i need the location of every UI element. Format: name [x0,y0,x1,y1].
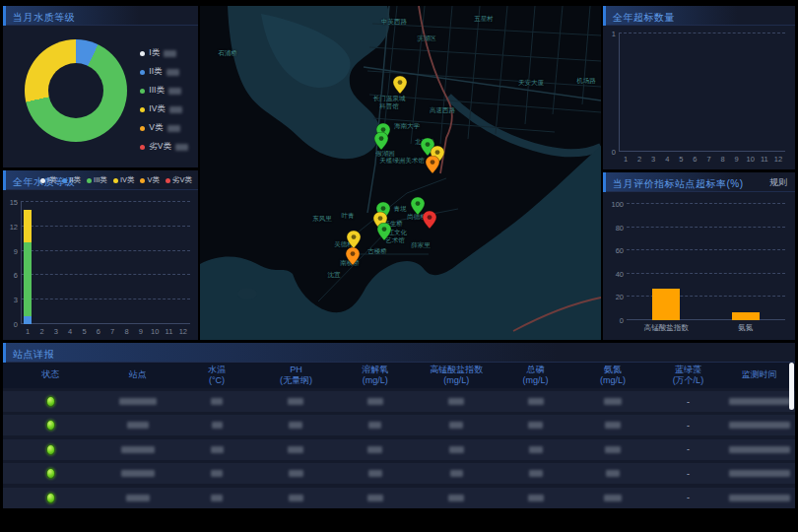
y-axis-tick: 3 [14,296,18,304]
status-indicator-icon [46,396,55,407]
value-redacted [529,470,543,477]
table-cell [573,470,652,477]
legend-label: V类 [147,170,160,190]
column-header: 高锰酸盐指数(mg/L) [415,365,498,387]
value-redacted [605,422,621,429]
exceed-chart: 01123456789101112 [619,33,785,152]
table-row[interactable]: - [3,391,795,412]
legend-dot-icon [140,70,145,75]
table-cell [177,470,256,477]
rate-bar[interactable] [732,312,760,320]
y-axis-tick: 0 [612,148,616,157]
gridline [619,151,785,152]
table-row[interactable]: - [3,439,795,460]
panel-annual-exceed: 全年超标数量 01123456789101112 [603,6,795,169]
legend-value-redacted [175,144,188,151]
stacked-bar[interactable] [24,202,32,324]
map-place-label: 薛家里 [411,241,431,250]
x-axis-tick: 2 [637,155,641,164]
rate-bar[interactable] [652,289,680,320]
value-redacted [127,422,149,429]
value-redacted [288,446,303,453]
table-row[interactable]: - [3,415,795,435]
value-redacted [211,495,223,501]
station-pin-icon[interactable] [374,132,388,150]
legend-value-redacted [168,88,181,95]
value-redacted [729,470,790,477]
bar-segment [24,242,32,315]
column-header: 溶解氧(mg/L) [336,365,415,387]
bar-segment [24,210,32,242]
table-cell [256,495,335,501]
map-place-label: 科普馆 [379,102,399,111]
x-axis-tick: 10 [151,327,159,336]
x-axis-tick: 7 [110,327,114,336]
value-redacted [121,446,155,453]
legend-label: I类 [47,170,57,190]
table-cell [415,470,498,477]
x-axis-tick: 8 [721,155,725,164]
table-cell [3,420,98,431]
value-redacted [606,470,620,477]
table-cell [177,398,256,405]
legend-item: 劣V类 [140,141,188,153]
value-redacted [729,398,790,405]
value-redacted [368,470,382,477]
table-cell: - [652,444,723,454]
map-place-label: 中英西路 [381,18,407,27]
legend-label: III类 [94,170,107,190]
legend-item: I类 [40,170,57,190]
station-pin-icon[interactable] [347,231,361,248]
panel-annual-quality: 全年水质等级 I类II类III类IV类V类劣V类 036912151234567… [3,170,198,340]
legend-item: III类 [140,85,188,97]
table-cell [256,398,335,405]
status-indicator-icon [46,420,55,431]
station-pin-icon[interactable] [377,223,391,240]
y-axis-tick: 6 [14,271,18,280]
category-label: 高锰酸盐指数 [644,323,689,333]
value-redacted [528,398,544,405]
table-body: ----- [3,388,795,508]
station-pin-icon[interactable] [426,156,439,173]
table-cell [98,446,176,453]
table-cell [256,446,335,453]
legend-dot-icon [113,178,118,183]
value-redacted [448,495,464,501]
x-axis-tick: 1 [624,155,628,164]
table-cell [498,398,572,405]
legend-item: II类 [62,170,81,190]
map-place-label: 机场路 [576,77,596,86]
station-pin-icon[interactable] [346,247,360,265]
map-place-label: 沈宜 [328,271,341,280]
value-redacted [604,398,622,405]
table-cell [3,396,98,407]
table-cell [336,446,415,453]
map-canvas[interactable]: 石浦桥中英西路滨湖区五星村天安大厦机场路高速西路长门温泉城科普馆海南大学北亚桥假… [200,6,601,340]
table-row[interactable]: - [3,488,795,508]
legend-item: I类 [140,47,188,59]
gridline [627,203,785,204]
status-indicator-icon [46,493,55,503]
y-axis-tick: 20 [616,293,624,301]
table-scrollbar[interactable] [789,363,794,410]
rules-button[interactable]: 规则 [769,172,787,192]
category-label: 氨氮 [738,323,753,333]
table-cell [336,470,415,477]
station-pin-icon[interactable] [423,211,436,229]
value-redacted [448,398,464,405]
gridline [21,226,190,227]
table-cell [3,493,98,503]
map-place-label: 青坭 [394,205,407,214]
table-cell [724,422,795,429]
table-cell [724,446,795,453]
table-cell [336,398,415,405]
legend-dot-icon [62,178,67,183]
station-pin-icon[interactable] [393,76,407,94]
table-cell [98,398,176,405]
table-row[interactable]: - [3,463,795,484]
table-cell [256,422,335,429]
table-cell: - [652,469,723,479]
legend-item: V类 [140,170,160,190]
map-place-label: 五星村 [474,15,494,24]
legend-item: II类 [140,66,188,78]
